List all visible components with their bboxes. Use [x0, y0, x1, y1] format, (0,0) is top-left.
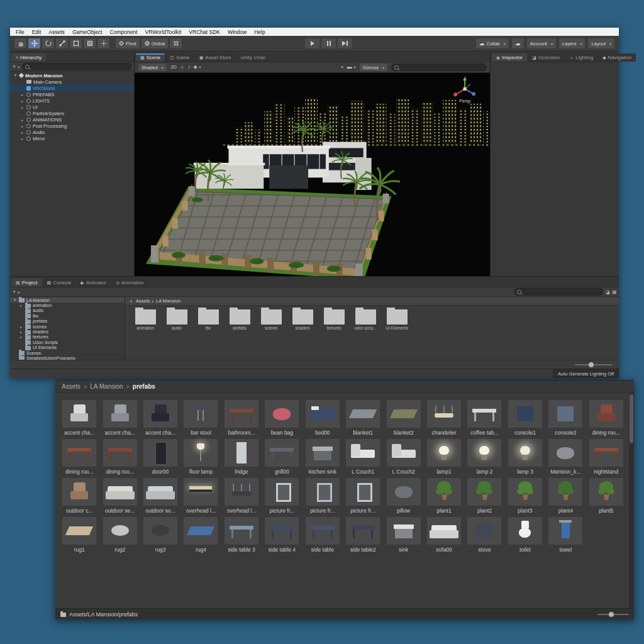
project-folder-item[interactable]: scenes [257, 309, 285, 360]
scene-audio-toggle[interactable]: ♪ [187, 65, 190, 70]
tree-arrow-icon[interactable]: ▸ [20, 92, 25, 97]
thumbnail-size-slider[interactable] [575, 364, 613, 365]
prefab-item[interactable]: L Couch1 [343, 437, 383, 475]
tree-arrow-icon[interactable]: ▸ [20, 136, 25, 141]
prefab-item[interactable]: picture fr... [262, 476, 302, 514]
hidden-packages-icon[interactable]: ◪ [606, 290, 610, 294]
hierarchy-item[interactable]: ▸Mirror [10, 135, 134, 142]
layers-dropdown[interactable]: Layers [558, 38, 586, 49]
prefab-item[interactable]: dining roo... [59, 437, 99, 475]
draw-mode-dropdown[interactable]: Shaded [138, 63, 167, 72]
menu-edit[interactable]: Edit [29, 29, 45, 35]
hierarchy-item[interactable]: VRCWorld [10, 85, 134, 91]
hierarchy-item[interactable]: ParticleSystem [10, 110, 134, 116]
custom-tool-button[interactable] [97, 38, 110, 49]
cloud-services-button[interactable]: ☁ [511, 38, 525, 49]
tab-animator[interactable]: ▶Animator [77, 279, 111, 287]
tab-project[interactable]: ▤Project [11, 279, 42, 287]
rect-tool-button[interactable] [69, 38, 82, 49]
prefab-item[interactable]: accent cha... [99, 398, 140, 436]
prefab-item[interactable]: rug4 [180, 515, 221, 553]
prefab-item[interactable]: sink [383, 515, 423, 553]
prefab-item[interactable]: picture fr... [303, 476, 343, 514]
prefab-item[interactable]: rug3 [140, 515, 180, 553]
thumbnail-size-slider[interactable] [597, 614, 629, 615]
step-button[interactable] [337, 38, 353, 49]
play-button[interactable] [304, 38, 320, 49]
hierarchy-item[interactable]: ▸ANIMATIONS [10, 116, 134, 123]
project-folder-item[interactable]: prefabs [226, 309, 253, 360]
prefab-item[interactable]: accent cha... [59, 398, 99, 436]
prefab-item[interactable]: plant5 [586, 476, 626, 514]
scene-viewport[interactable]: Persp [135, 73, 490, 276]
prefab-item[interactable]: plant1 [424, 476, 464, 514]
gizmos-dropdown[interactable]: Gizmos [359, 63, 388, 72]
tree-arrow-icon[interactable]: ▸ [19, 325, 23, 329]
breadcrumb-item[interactable]: Assets [136, 298, 150, 304]
prefab-item[interactable]: blanket2 [383, 398, 423, 436]
prefab-item[interactable]: grill00 [262, 437, 302, 475]
hierarchy-item[interactable]: ▸Audio [10, 129, 134, 135]
close-icon[interactable]: × [341, 65, 344, 70]
pivot-toggle-button[interactable]: Pivot [115, 38, 140, 49]
prefab-item[interactable]: blanket1 [343, 398, 383, 436]
hierarchy-item[interactable]: ▸LIGHTS [10, 97, 134, 104]
menu-vrchat-sdk[interactable]: VRChat SDK [186, 29, 223, 35]
tree-arrow-icon[interactable]: ▸ [20, 118, 25, 122]
create-asset-button[interactable]: + [13, 289, 19, 295]
prefab-item[interactable]: L Couch2 [383, 437, 423, 475]
prefab-item[interactable]: kitchen sink [303, 437, 343, 475]
camera-settings-dropdown[interactable]: ▬ [347, 65, 356, 70]
project-folder-item[interactable]: animation [131, 309, 159, 360]
prefab-item[interactable]: picture fr... [343, 476, 383, 514]
prefab-item[interactable]: towel [545, 515, 586, 553]
tab-unity-chan[interactable]: Unity Chan [236, 53, 270, 62]
tab-inspector[interactable]: ◉Inspector [492, 53, 527, 62]
tree-arrow-icon[interactable]: ▸ [20, 130, 25, 135]
hierarchy-search-input[interactable] [22, 63, 131, 70]
global-toggle-button[interactable]: Global [141, 38, 169, 49]
prefab-item[interactable]: outdoor c... [59, 476, 99, 514]
menu-window[interactable]: Window [225, 29, 250, 35]
prefab-item[interactable]: outdoor se... [99, 476, 140, 514]
prefab-item[interactable]: coffee tab... [464, 398, 504, 436]
hierarchy-item[interactable]: ▸UI [10, 104, 134, 110]
prefab-item[interactable]: stove [464, 515, 504, 553]
scene-search-input[interactable] [391, 64, 487, 71]
prefab-item[interactable]: dining roo... [99, 437, 140, 475]
prefab-item[interactable]: side table 3 [221, 515, 262, 553]
prefab-item[interactable]: lamp 3 [505, 437, 545, 475]
project-folder-item[interactable]: textures [320, 309, 348, 360]
breadcrumb-item[interactable]: Assets [62, 383, 80, 390]
move-tool-button[interactable] [28, 38, 41, 49]
tree-arrow-icon[interactable]: ▼ [13, 74, 18, 77]
tab-navigation[interactable]: ◆Navigation [598, 53, 636, 62]
prefab-item[interactable]: fridge [221, 437, 262, 475]
2d-toggle[interactable]: 2D [170, 65, 177, 70]
project-folder-item[interactable]: udon scrip... [352, 309, 379, 360]
prefab-item[interactable]: console2 [545, 398, 586, 436]
menu-gameobject[interactable]: GameObject [69, 29, 106, 35]
prefab-item[interactable]: rug2 [99, 515, 140, 553]
breadcrumb-item[interactable]: LA Mansion [156, 298, 180, 304]
tab-animation[interactable]: ◷Animation [111, 279, 148, 287]
menu-component[interactable]: Component [107, 29, 141, 35]
lighting-status-badge[interactable]: Auto Generate Lighting Off [553, 369, 619, 378]
menu-file[interactable]: File [13, 29, 28, 35]
prefab-item[interactable]: overhead l... [180, 476, 221, 514]
project-tree-item[interactable]: SerializedUdonPrograms [10, 355, 125, 360]
effects-dropdown[interactable]: ◈ [193, 65, 201, 70]
hierarchy-item[interactable]: ▸Post Processing [10, 123, 134, 129]
prefab-item[interactable]: pillow [383, 476, 423, 514]
prefab-item[interactable]: accent cha... [140, 398, 180, 436]
project-folder-item[interactable]: shaders [289, 309, 316, 360]
tab-occlusion[interactable]: ◪Occlusion [528, 53, 565, 62]
hierarchy-item[interactable]: ▼Modern Mansion [10, 72, 134, 79]
tree-arrow-icon[interactable]: ▸ [20, 99, 25, 103]
project-folder-item[interactable]: audio [163, 309, 191, 360]
transform-tool-button[interactable] [83, 38, 96, 49]
tree-arrow-icon[interactable]: ▸ [20, 105, 25, 109]
prefab-item[interactable]: outdoor so... [140, 476, 180, 514]
scale-tool-button[interactable] [55, 38, 69, 49]
prefab-item[interactable]: Mansion_k... [545, 437, 586, 475]
